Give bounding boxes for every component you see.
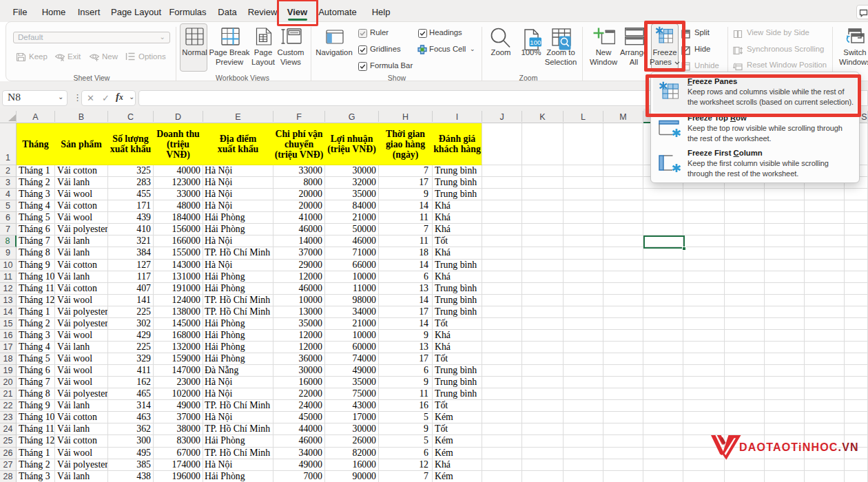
- svg-text:100: 100: [530, 39, 541, 46]
